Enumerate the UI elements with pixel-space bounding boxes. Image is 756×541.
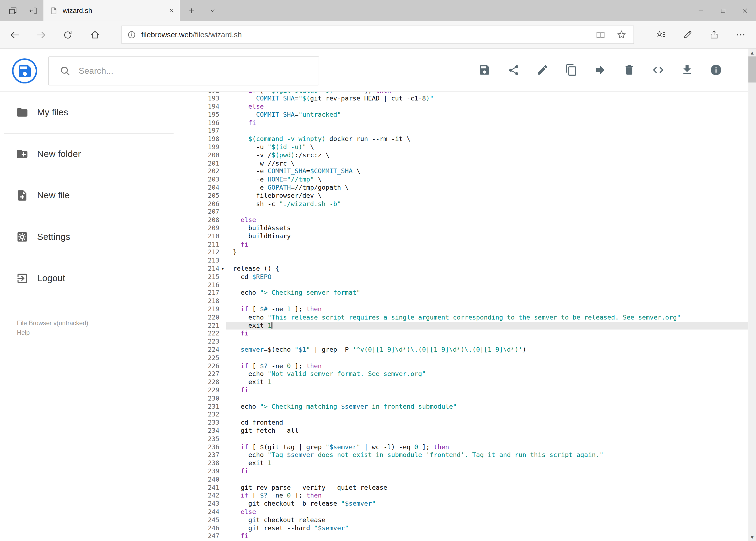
code-line[interactable]: 203 -e HOME="//tmp" \: [193, 176, 748, 184]
line-number[interactable]: 210: [193, 233, 219, 241]
line-number[interactable]: 202: [193, 168, 219, 176]
line-number[interactable]: 209: [193, 225, 219, 233]
download-icon[interactable]: [681, 64, 693, 76]
fold-gutter[interactable]: [219, 435, 226, 443]
line-number[interactable]: 221: [193, 322, 219, 330]
code-line[interactable]: 240: [193, 476, 748, 484]
code-line[interactable]: 194 else: [193, 103, 748, 111]
code-line[interactable]: 247 fi: [193, 532, 748, 540]
fold-gutter[interactable]: [219, 200, 226, 208]
code-line[interactable]: 208 else: [193, 216, 748, 225]
code-line[interactable]: 223: [193, 338, 748, 346]
line-number[interactable]: 211: [193, 241, 219, 249]
share-page-button[interactable]: [703, 21, 725, 48]
fold-gutter[interactable]: [219, 184, 226, 192]
code-text[interactable]: fi: [226, 386, 748, 395]
code-line[interactable]: 242 if [ $? -ne 0 ]; then: [193, 492, 748, 500]
line-number[interactable]: 239: [193, 467, 219, 476]
code-text[interactable]: git fetch --all: [226, 427, 748, 435]
code-line[interactable]: 206 sh -c "./wizard.sh -b": [193, 200, 748, 208]
code-line[interactable]: 211 fi: [193, 241, 748, 249]
line-number[interactable]: 247: [193, 532, 219, 540]
minimize-button[interactable]: [690, 0, 712, 21]
fold-gutter[interactable]: [219, 322, 226, 330]
code-line[interactable]: 246 git reset --hard "$semver": [193, 524, 748, 532]
fold-gutter[interactable]: [219, 338, 226, 346]
fold-gutter[interactable]: [219, 289, 226, 297]
sidebar-item-new-folder[interactable]: New folder: [0, 133, 193, 175]
code-text[interactable]: [226, 354, 748, 362]
code-line[interactable]: 199 -u "$(id -u)" \: [193, 144, 748, 152]
code-text[interactable]: if [ $# -ne 1 ]; then: [226, 305, 748, 313]
fold-gutter[interactable]: [219, 370, 226, 378]
line-number[interactable]: 222: [193, 330, 219, 338]
code-line[interactable]: 239 fi: [193, 467, 748, 476]
code-line[interactable]: 219 if [ $# -ne 1 ]; then: [193, 305, 748, 313]
code-line[interactable]: 215 cd $REPO: [193, 273, 748, 281]
code-text[interactable]: [226, 476, 748, 484]
line-number[interactable]: 203: [193, 176, 219, 184]
code-text[interactable]: -e HOME="//tmp" \: [226, 176, 748, 184]
line-number[interactable]: 195: [193, 111, 219, 119]
move-icon[interactable]: [594, 64, 607, 76]
code-line[interactable]: 207: [193, 208, 748, 216]
code-text[interactable]: echo "This release script requires a sin…: [226, 313, 748, 322]
fold-gutter[interactable]: [219, 459, 226, 467]
code-text[interactable]: [226, 297, 748, 305]
code-text[interactable]: if [ $(git tag | grep "$semver" | wc -l)…: [226, 443, 748, 451]
code-text[interactable]: exit 1: [226, 378, 748, 386]
code-text[interactable]: fi: [226, 119, 748, 127]
fold-gutter[interactable]: [219, 241, 226, 249]
fold-gutter[interactable]: [219, 330, 226, 338]
line-number[interactable]: 246: [193, 524, 219, 532]
code-text[interactable]: fi: [226, 330, 748, 338]
code-line[interactable]: 218: [193, 297, 748, 305]
fold-gutter[interactable]: [219, 378, 226, 386]
search-input[interactable]: [79, 66, 319, 76]
sidebar-item-my-files[interactable]: My files: [0, 92, 193, 133]
line-number[interactable]: 244: [193, 508, 219, 516]
web-note-button[interactable]: [677, 21, 698, 48]
delete-icon[interactable]: [623, 64, 635, 76]
fold-gutter[interactable]: [219, 313, 226, 322]
code-text[interactable]: git checkout release: [226, 516, 748, 524]
browser-tab[interactable]: wizard.sh: [44, 0, 180, 21]
fold-gutter[interactable]: [219, 103, 226, 111]
code-line[interactable]: 228 exit 1: [193, 378, 748, 386]
line-number[interactable]: 200: [193, 152, 219, 160]
scrollbar-thumb[interactable]: [748, 56, 756, 82]
code-text[interactable]: [226, 208, 748, 216]
code-line[interactable]: 244 else: [193, 508, 748, 516]
code-line[interactable]: 217 echo "> Checking semver format": [193, 289, 748, 297]
code-text[interactable]: buildBinary: [226, 233, 748, 241]
fold-gutter[interactable]: [219, 297, 226, 305]
code-line[interactable]: 241 git rev-parse --verify --quiet relea…: [193, 484, 748, 492]
fold-gutter[interactable]: [219, 135, 226, 144]
code-line[interactable]: 235: [193, 435, 748, 443]
code-text[interactable]: -v /$(pwd):/src:z \: [226, 152, 748, 160]
fold-gutter[interactable]: [219, 443, 226, 451]
share-icon[interactable]: [507, 64, 520, 76]
fold-gutter[interactable]: [219, 524, 226, 532]
line-number[interactable]: 205: [193, 192, 219, 200]
code-line[interactable]: 200 -v /$(pwd):/src:z \: [193, 152, 748, 160]
code-text[interactable]: semver=$(echo "$1" | grep -P '^v(0|[1-9]…: [226, 346, 748, 354]
line-number[interactable]: 228: [193, 378, 219, 386]
tabs-aside-button[interactable]: [24, 0, 41, 21]
line-number[interactable]: 234: [193, 427, 219, 435]
code-line[interactable]: 221 exit 1: [193, 322, 748, 330]
code-text[interactable]: echo "> Checking matching $semver in fro…: [226, 403, 748, 411]
fold-gutter[interactable]: [219, 152, 226, 160]
code-text[interactable]: exit 1: [226, 459, 748, 467]
code-text[interactable]: [226, 257, 748, 265]
page-info-icon[interactable]: [127, 30, 136, 40]
new-tab-button[interactable]: [183, 0, 200, 21]
favorite-star-icon[interactable]: [616, 29, 627, 40]
code-text[interactable]: cd frontend: [226, 419, 748, 427]
code-text[interactable]: if [ "$(git status -s)" == "" ]; then: [226, 92, 748, 95]
reading-view-icon[interactable]: [596, 30, 606, 40]
maximize-button[interactable]: [712, 0, 734, 21]
code-line[interactable]: 213: [193, 257, 748, 265]
code-text[interactable]: -u "$(id -u)" \: [226, 144, 748, 152]
line-number[interactable]: 242: [193, 492, 219, 500]
